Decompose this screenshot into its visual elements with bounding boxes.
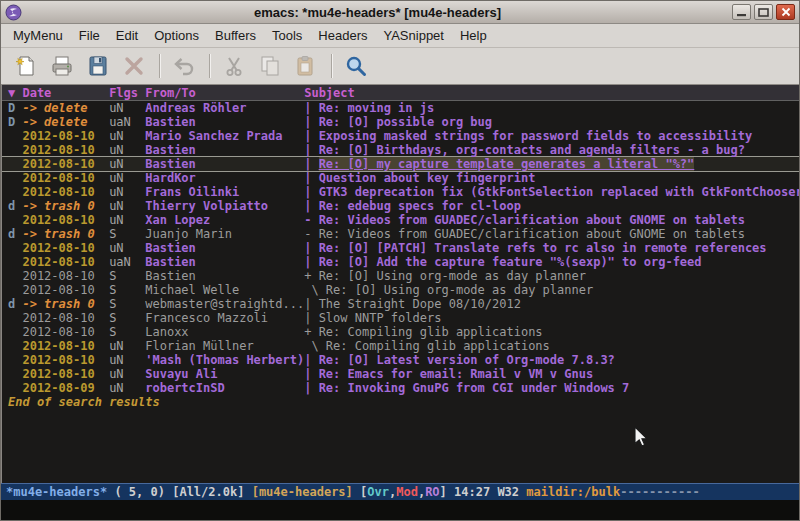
message-row[interactable]: 2012-08-10uNMario Sanchez Prada| Exposin…: [2, 129, 799, 143]
message-row[interactable]: 2012-08-10SLanoxx+ Re: Compiling glib ap…: [2, 325, 799, 339]
message-subject: Re: Invoking GnuPG from CGI under Window…: [319, 381, 630, 395]
message-date: 2012-08-09: [22, 381, 109, 395]
message-flags: uN: [109, 101, 145, 115]
message-row[interactable]: 2012-08-10uNHardKor| Question about key …: [2, 171, 799, 185]
thread-indicator: \: [304, 283, 326, 297]
minibuffer[interactable]: [1, 500, 799, 520]
message-row[interactable]: 2012-08-10uNBastien| Re: [O] [PATCH] Tra…: [2, 241, 799, 255]
paste-button[interactable]: [291, 51, 321, 81]
message-row[interactable]: 2012-08-10uNSuvayu Ali| Re: Emacs for em…: [2, 367, 799, 381]
mark-flag: D: [8, 115, 22, 129]
modeline-major-mode: [mu4e-headers]: [252, 484, 360, 500]
message-flags: uN: [109, 241, 145, 255]
message-subject: Slow NNTP folders: [319, 311, 442, 325]
emacs-icon: [5, 4, 22, 21]
message-flags: S: [109, 283, 145, 297]
message-row[interactable]: 2012-08-10uNFrans Oilinki| GTK3 deprecat…: [2, 185, 799, 199]
undo-icon: [172, 54, 196, 78]
column-header-date[interactable]: ▼ Date: [8, 85, 109, 100]
modeline-bracket: [: [360, 484, 367, 500]
message-row[interactable]: 2012-08-10uNFlorian Müllner \ Re: Compil…: [2, 339, 799, 353]
column-header-from[interactable]: From/To: [145, 85, 304, 100]
message-date: -> trash 0: [22, 297, 109, 311]
maximize-button[interactable]: [754, 4, 773, 20]
message-row[interactable]: d-> trash 0SJuanjo Marin- Re: Videos fro…: [2, 227, 799, 241]
message-from: Francesco Mazzoli: [145, 311, 304, 325]
message-date: 2012-08-10: [22, 367, 109, 381]
maximize-icon: [758, 8, 769, 17]
menu-item-options[interactable]: Options: [146, 25, 207, 46]
message-subject: Re: [O] Using org-mode as day planner: [319, 269, 586, 283]
thread-indicator: |: [304, 199, 318, 213]
message-from: Frans Oilinki: [145, 185, 304, 199]
column-header-subject[interactable]: Subject: [304, 85, 355, 100]
mark-flag: [8, 129, 22, 143]
message-row[interactable]: 2012-08-10uNBastien| Re: [O] my capture …: [2, 157, 799, 171]
modeline-position: ( 5, 0): [107, 484, 172, 500]
message-row[interactable]: 2012-08-10uNXan Lopez- Re: Videos from G…: [2, 213, 799, 227]
thread-indicator: |: [304, 367, 318, 381]
message-subject: Re: [O] possible org bug: [319, 115, 492, 129]
message-from: Michael Welle: [145, 283, 304, 297]
message-subject: Re: Compiling glib applications: [326, 339, 550, 353]
message-row[interactable]: 2012-08-09uNrobertcInSD| Re: Invoking Gn…: [2, 381, 799, 395]
search-button[interactable]: [341, 51, 371, 81]
close-button[interactable]: [776, 4, 795, 20]
menu-item-edit[interactable]: Edit: [108, 25, 146, 46]
menu-item-help[interactable]: Help: [452, 25, 495, 46]
cut-icon: [222, 54, 246, 78]
new-file-button[interactable]: [11, 51, 41, 81]
mark-flag: D: [8, 101, 22, 115]
thread-indicator: \: [304, 339, 326, 353]
undo-button[interactable]: [169, 51, 199, 81]
message-row[interactable]: d-> trash 0uNThierry Volpiatto| Re: edeb…: [2, 199, 799, 213]
cut-button[interactable]: [219, 51, 249, 81]
thread-indicator: -: [304, 213, 318, 227]
message-row[interactable]: 2012-08-10SMichael Welle \ Re: [O] Using…: [2, 283, 799, 297]
menu-item-buffers[interactable]: Buffers: [207, 25, 264, 46]
message-date: 2012-08-10: [22, 129, 109, 143]
message-row[interactable]: d-> trash 0Swebmaster@straightd...| The …: [2, 297, 799, 311]
copy-button[interactable]: [255, 51, 285, 81]
message-from: Florian Müllner: [145, 339, 304, 353]
message-row[interactable]: 2012-08-10uNBastien| Re: [O] Birthdays, …: [2, 143, 799, 157]
message-row[interactable]: D-> deleteuNAndreas Röhler| Re: moving i…: [2, 101, 799, 115]
message-row[interactable]: 2012-08-10uN'Mash (Thomas Herbert)| Re: …: [2, 353, 799, 367]
menu-item-headers[interactable]: Headers: [310, 25, 375, 46]
modeline-comma: ,: [389, 484, 396, 500]
message-flags: S: [109, 269, 145, 283]
message-flags: uN: [109, 381, 145, 395]
message-from: Mario Sanchez Prada: [145, 129, 304, 143]
menu-item-mymenu[interactable]: MyMenu: [5, 25, 71, 46]
toolbar-separator: [159, 54, 161, 78]
message-date: 2012-08-10: [22, 171, 109, 185]
message-row[interactable]: 2012-08-10uaNBastien| Re: [O] Add the ca…: [2, 255, 799, 269]
message-subject: Exposing masked strings for password fie…: [319, 129, 752, 143]
thread-indicator: |: [304, 143, 318, 157]
close-buffer-button[interactable]: [119, 51, 149, 81]
message-from: Bastien: [145, 157, 304, 171]
message-from: Lanoxx: [145, 325, 304, 339]
column-header-flags[interactable]: Flgs: [109, 85, 145, 100]
message-subject: Re: moving in js: [319, 101, 435, 115]
modeline-count: [All/2.0k]: [172, 484, 251, 500]
message-flags: uN: [109, 171, 145, 185]
message-row[interactable]: 2012-08-10SFrancesco Mazzoli| Slow NNTP …: [2, 311, 799, 325]
minimize-button[interactable]: [732, 4, 751, 20]
message-row[interactable]: 2012-08-10SBastien+ Re: [O] Using org-mo…: [2, 269, 799, 283]
message-row[interactable]: D-> deleteuaNBastien| Re: [O] possible o…: [2, 115, 799, 129]
menu-item-file[interactable]: File: [71, 25, 108, 46]
message-from: Xan Lopez: [145, 213, 304, 227]
print-button[interactable]: [47, 51, 77, 81]
save-button[interactable]: [83, 51, 113, 81]
message-flags: S: [109, 325, 145, 339]
print-icon: [50, 54, 74, 78]
message-subject: Re: edebug specs for cl-loop: [319, 199, 521, 213]
menu-item-yasnippet[interactable]: YASnippet: [375, 25, 451, 46]
modeline-window-id: W32: [497, 484, 526, 500]
modeline-comma: ,: [418, 484, 425, 500]
mark-flag: [8, 367, 22, 381]
message-subject: Re: Videos from GUADEC/clarification abo…: [319, 227, 745, 241]
menu-item-tools[interactable]: Tools: [264, 25, 310, 46]
message-date: 2012-08-10: [22, 283, 109, 297]
